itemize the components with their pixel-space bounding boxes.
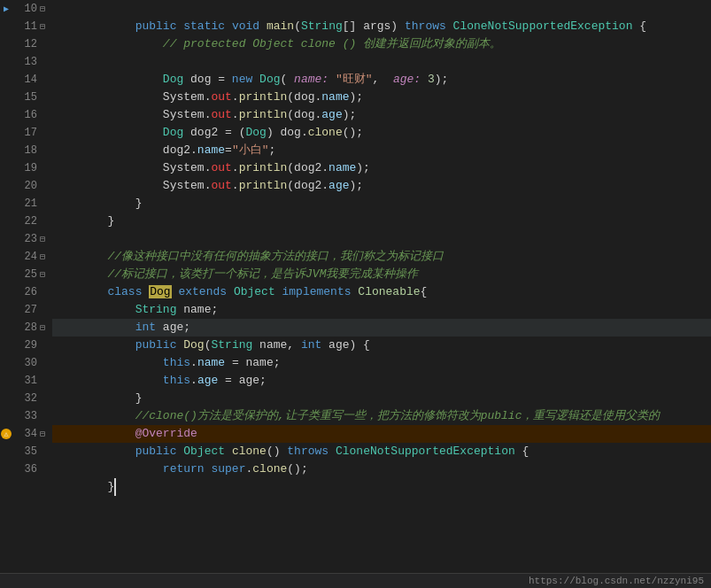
code-line-10: public static void main(String[] args) t…	[52, 0, 711, 18]
line-num-13: 13	[12, 56, 37, 68]
gutter-row-20: 20	[0, 177, 49, 195]
gutter-row-31: 31	[0, 372, 49, 390]
code-line-21: }	[52, 195, 711, 213]
gutter-row-15: 15	[0, 89, 49, 106]
gutter-row-11: 11 ⊟	[0, 18, 49, 35]
url-bar: https://blog.csdn.net/nzzyni95	[0, 573, 711, 588]
line-num-23: 23	[12, 233, 37, 245]
code-line-23: //像这种接口中没有任何的抽象方法的接口，我们称之为标记接口	[52, 230, 711, 248]
line-num-35: 35	[12, 445, 37, 458]
line-num-10: 10	[12, 3, 37, 15]
fold-24[interactable]: ⊟	[37, 251, 48, 262]
line-num-14: 14	[12, 74, 37, 86]
gutter-row-33: 33	[0, 407, 49, 425]
gutter-row-23: 23 ⊟	[0, 230, 49, 248]
fold-34[interactable]: ⊟	[37, 429, 48, 439]
breakpoint-warning-34[interactable]: ⚠	[1, 429, 12, 439]
gutter-row-24: 24 ⊟	[0, 248, 49, 266]
line-num-36: 36	[12, 463, 37, 476]
fold-28[interactable]: ⊟	[37, 322, 48, 333]
gutter-row-34: 34 ⊟ ⚠	[0, 425, 49, 443]
line-num-18: 18	[12, 144, 37, 157]
line-num-30: 30	[12, 357, 37, 369]
gutter-row-35: 35	[0, 443, 49, 460]
line-num-29: 29	[12, 339, 37, 352]
line-num-24: 24	[12, 251, 37, 263]
fold-10[interactable]: ⊟	[37, 4, 48, 14]
gutter-row-36: 36	[0, 460, 49, 478]
line-num-25: 25	[12, 268, 37, 281]
gutter-row-30: 30	[0, 354, 49, 372]
gutter-row-21: 21	[0, 195, 49, 213]
line-num-12: 12	[12, 38, 37, 50]
code-content[interactable]: public static void main(String[] args) t…	[49, 0, 711, 573]
line-num-20: 20	[12, 180, 37, 192]
line-num-31: 31	[12, 375, 37, 387]
gutter-row-18: 18	[0, 142, 49, 159]
gutter-row-19: 19	[0, 159, 49, 177]
line-gutter: ▶ 10 ⊟ 11 ⊟ 12 13	[0, 0, 49, 573]
line-num-33: 33	[12, 410, 37, 422]
gutter-row-16: 16	[0, 106, 49, 124]
line-num-15: 15	[12, 91, 37, 104]
gutter-row-27: 27	[0, 301, 49, 319]
line-num-22: 22	[12, 215, 37, 228]
gutter-row-14: 14	[0, 71, 49, 89]
url-text: https://blog.csdn.net/nzzyni95	[529, 576, 704, 586]
line-num-16: 16	[12, 109, 37, 121]
line-num-21: 21	[12, 197, 37, 210]
code-line-13: Dog dog = new Dog( name: "旺财", age: 3);	[52, 53, 711, 71]
code-editor: ▶ 10 ⊟ 11 ⊟ 12 13	[0, 0, 711, 588]
fold-11[interactable]: ⊟	[37, 21, 48, 32]
gutter-row-25: 25 ⊟	[0, 266, 49, 283]
code-line-32: //clone()方法是受保护的,让子类重写一些，把方法的修饰符改为public…	[52, 390, 711, 407]
debug-arrow-10: ▶	[0, 4, 12, 14]
gutter-row-17: 17	[0, 124, 49, 142]
line-num-17: 17	[12, 127, 37, 139]
gutter-row-29: 29	[0, 337, 49, 354]
line-num-11: 11	[12, 20, 37, 33]
line-num-19: 19	[12, 162, 37, 174]
gutter-row-10: ▶ 10 ⊟	[0, 0, 49, 18]
line-num-28: 28	[12, 321, 37, 334]
gutter-row-13: 13	[0, 53, 49, 71]
gutter-row-32: 32	[0, 390, 49, 407]
code-area: ▶ 10 ⊟ 11 ⊟ 12 13	[0, 0, 711, 573]
gutter-row-26: 26	[0, 283, 49, 301]
line-num-27: 27	[12, 304, 37, 316]
fold-23[interactable]: ⊟	[37, 234, 48, 244]
line-num-34: 34	[12, 428, 37, 440]
gutter-row-28: 28 ⊟	[0, 319, 49, 337]
gutter-row-12: 12	[0, 35, 49, 53]
fold-25[interactable]: ⊟	[37, 269, 48, 280]
line-num-32: 32	[12, 392, 37, 405]
gutter-row-22: 22	[0, 213, 49, 230]
line-num-26: 26	[12, 286, 37, 298]
code-line-22	[52, 213, 711, 230]
